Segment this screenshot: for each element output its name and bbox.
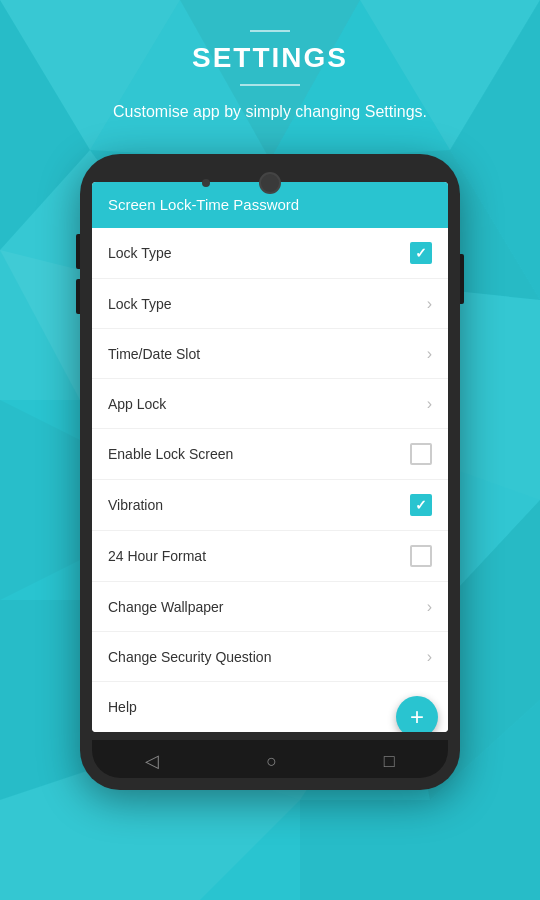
list-item[interactable]: Enable Lock Screen <box>92 429 448 480</box>
item-label-lock-type-1: Lock Type <box>108 245 172 261</box>
item-label-app-lock: App Lock <box>108 396 166 412</box>
phone-mockup: Screen Lock-Time Password Lock Type Lock… <box>0 154 540 790</box>
settings-list: Lock Type Lock Type › Time/Date Slot › A… <box>92 228 448 732</box>
checkbox-lock-type-1[interactable] <box>410 242 432 264</box>
header-divider-top <box>250 30 290 32</box>
recent-nav-icon[interactable]: □ <box>384 751 395 772</box>
list-item[interactable]: Lock Type › <box>92 279 448 329</box>
chevron-icon: › <box>427 598 432 616</box>
phone-speaker <box>202 179 210 187</box>
checkbox-enable-lock-screen[interactable] <box>410 443 432 465</box>
side-button-vol-up <box>76 234 80 269</box>
phone-bottom-nav: ◁ ○ □ <box>92 740 448 778</box>
chevron-icon: › <box>427 295 432 313</box>
list-item[interactable]: App Lock › <box>92 379 448 429</box>
checkbox-24hour[interactable] <box>410 545 432 567</box>
list-item[interactable]: Change Wallpaper › <box>92 582 448 632</box>
checkbox-vibration[interactable] <box>410 494 432 516</box>
item-label-24hour: 24 Hour Format <box>108 548 206 564</box>
side-button-right <box>460 254 464 304</box>
page-title: SETTINGS <box>0 42 540 74</box>
list-item[interactable]: Change Security Question › <box>92 632 448 682</box>
header-divider-bottom <box>240 84 300 86</box>
phone-camera <box>259 172 281 194</box>
list-item[interactable]: 24 Hour Format <box>92 531 448 582</box>
back-nav-icon[interactable]: ◁ <box>145 750 159 772</box>
item-label-vibration: Vibration <box>108 497 163 513</box>
header-subtitle: Customise app by simply changing Setting… <box>0 100 540 124</box>
list-item[interactable]: Help <box>92 682 448 732</box>
fab-button[interactable]: + <box>396 696 438 732</box>
chevron-icon: › <box>427 345 432 363</box>
list-item[interactable]: Lock Type <box>92 228 448 279</box>
chevron-icon: › <box>427 395 432 413</box>
item-label-time-date: Time/Date Slot <box>108 346 200 362</box>
phone-screen: Screen Lock-Time Password Lock Type Lock… <box>92 182 448 732</box>
screen-header-label: Screen Lock-Time Password <box>108 196 299 213</box>
item-label-enable-lock-screen: Enable Lock Screen <box>108 446 233 462</box>
side-button-vol-down <box>76 279 80 314</box>
chevron-icon: › <box>427 648 432 666</box>
item-label-lock-type-2: Lock Type <box>108 296 172 312</box>
list-item[interactable]: Vibration <box>92 480 448 531</box>
home-nav-icon[interactable]: ○ <box>266 751 277 772</box>
item-label-change-security: Change Security Question <box>108 649 271 665</box>
item-label-help: Help <box>108 699 137 715</box>
phone-body: Screen Lock-Time Password Lock Type Lock… <box>80 154 460 790</box>
item-label-change-wallpaper: Change Wallpaper <box>108 599 223 615</box>
list-item[interactable]: Time/Date Slot › <box>92 329 448 379</box>
